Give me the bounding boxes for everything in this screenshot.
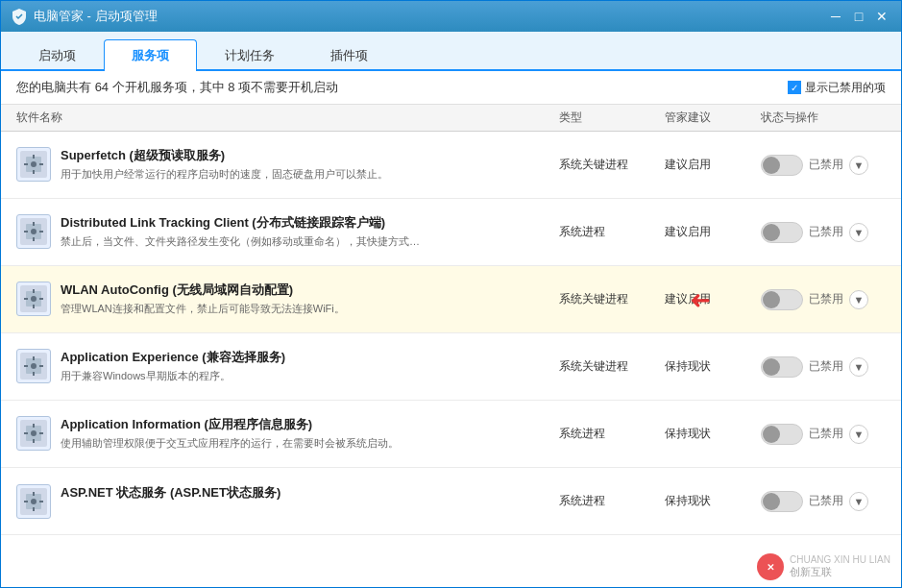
service-recommend-wlan: 建议启用: [665, 291, 761, 307]
close-button[interactable]: ✕: [872, 7, 891, 26]
service-type-wlan: 系统关键进程: [559, 291, 665, 307]
info-bar: 您的电脑共有 64 个开机服务项，其中 8 项不需要开机启动 ✓ 显示已禁用的项: [1, 71, 901, 105]
service-info-wlan: WLAN AutoConfig (无线局域网自动配置) 管理WLAN连接和配置文…: [16, 282, 559, 316]
service-desc-appexp: 用于兼容Windows早期版本的程序。: [61, 369, 559, 383]
title-bar-left: 电脑管家 - 启动项管理: [11, 8, 158, 25]
svg-rect-32: [33, 492, 35, 496]
gear-icon-svg: [23, 221, 44, 242]
gear-icon-svg: [23, 288, 44, 309]
service-status-aspnet: 已禁用: [809, 493, 843, 509]
service-desc-superfetch: 用于加快用户经常运行的程序启动时的速度，固态硬盘用户可以禁止。: [61, 167, 559, 182]
gear-icon-svg: [23, 154, 44, 175]
svg-rect-15: [33, 305, 35, 308]
svg-rect-10: [24, 231, 28, 233]
svg-rect-26: [33, 424, 35, 428]
show-disabled-checkbox[interactable]: ✓: [788, 81, 801, 94]
info-text: 您的电脑共有 64 个开机服务项，其中 8 项不需要开机启动: [16, 79, 338, 96]
svg-point-25: [31, 430, 37, 436]
service-expand-superfetch[interactable]: ▼: [849, 156, 868, 175]
service-type-dltc: 系统进程: [559, 224, 665, 240]
tab-services[interactable]: 服务项: [104, 39, 197, 71]
svg-rect-34: [24, 501, 28, 502]
service-recommend-appinfo: 保持现状: [665, 426, 761, 442]
service-info-dltc: Distributed Link Tracking Client (分布式链接跟…: [16, 214, 559, 249]
title-text: 电脑管家 - 启动项管理: [34, 8, 158, 25]
service-toggle-appinfo[interactable]: [761, 424, 803, 445]
watermark: ✕ CHUANG XIN HU LIAN 创新互联: [757, 553, 890, 580]
title-controls: ─ □ ✕: [826, 7, 891, 26]
gear-icon-svg: [23, 491, 44, 512]
svg-rect-2: [33, 155, 35, 159]
service-expand-aspnet[interactable]: ▼: [849, 492, 868, 511]
service-toggle-appexp[interactable]: [761, 356, 803, 378]
service-recommend-dltc: 建议启用: [665, 224, 761, 240]
service-details-appexp: Application Experience (兼容选择服务) 用于兼容Wind…: [61, 349, 559, 383]
service-expand-dltc[interactable]: ▼: [849, 223, 868, 242]
service-row-aspnet: ASP.NET 状态服务 (ASP.NET状态服务) 系统进程 保持现状 已禁用…: [1, 468, 901, 535]
service-expand-appexp[interactable]: ▼: [849, 357, 868, 377]
service-info-aspnet: ASP.NET 状态服务 (ASP.NET状态服务): [16, 484, 559, 519]
tabs-bar: 启动项 服务项 计划任务 插件项: [1, 32, 901, 71]
gear-icon-svg: [23, 355, 44, 377]
services-list: Superfetch (超级预读取服务) 用于加快用户经常运行的程序启动时的速度…: [1, 132, 901, 587]
tab-plugins[interactable]: 插件项: [303, 39, 396, 71]
service-toggle-dltc[interactable]: [761, 222, 803, 243]
service-icon-superfetch: [16, 147, 51, 182]
show-disabled-label: 显示已禁用的项: [805, 80, 886, 96]
svg-rect-16: [24, 298, 28, 300]
service-status-appinfo: 已禁用: [809, 426, 843, 442]
svg-point-7: [31, 229, 37, 234]
service-status-appexp: 已禁用: [809, 358, 843, 375]
service-info-appinfo: Application Information (应用程序信息服务) 使用辅助管…: [16, 416, 559, 451]
service-type-superfetch: 系统关键进程: [559, 157, 665, 173]
col-header-recommend: 管家建议: [665, 110, 761, 126]
service-type-appexp: 系统关键进程: [559, 358, 665, 375]
col-header-name: 软件名称: [16, 110, 559, 126]
svg-rect-22: [24, 365, 28, 367]
tab-startup[interactable]: 启动项: [11, 39, 104, 71]
minimize-button[interactable]: ─: [826, 7, 845, 26]
service-type-aspnet: 系统进程: [559, 493, 665, 509]
svg-point-1: [31, 161, 37, 167]
service-toggle-wlan[interactable]: [761, 289, 803, 310]
service-row-dltc: Distributed Link Tracking Client (分布式链接跟…: [1, 199, 901, 266]
service-action-aspnet: 已禁用 ▼: [761, 491, 886, 512]
service-name-wlan: WLAN AutoConfig (无线局域网自动配置): [61, 282, 559, 299]
watermark-text-top: CHUANG XIN HU LIAN: [790, 554, 890, 565]
title-bar: 电脑管家 - 启动项管理 ─ □ ✕: [1, 1, 901, 32]
show-disabled-toggle[interactable]: ✓ 显示已禁用的项: [788, 80, 886, 96]
service-name-appinfo: Application Information (应用程序信息服务): [61, 416, 559, 433]
service-expand-appinfo[interactable]: ▼: [849, 425, 868, 444]
service-expand-wlan[interactable]: ▼: [849, 290, 868, 309]
service-toggle-superfetch[interactable]: [761, 155, 803, 176]
svg-rect-8: [33, 222, 35, 226]
service-action-dltc: 已禁用 ▼: [761, 222, 886, 243]
gear-icon-svg: [23, 423, 44, 444]
service-details-wlan: WLAN AutoConfig (无线局域网自动配置) 管理WLAN连接和配置文…: [61, 282, 559, 316]
service-name-appexp: Application Experience (兼容选择服务): [61, 349, 559, 366]
service-row-wlan: WLAN AutoConfig (无线局域网自动配置) 管理WLAN连接和配置文…: [1, 266, 901, 333]
service-icon-appinfo: [16, 416, 51, 451]
service-desc-wlan: 管理WLAN连接和配置文件，禁止后可能导致无法连接WiFi。: [61, 302, 559, 316]
service-recommend-superfetch: 建议启用: [665, 157, 761, 173]
svg-rect-20: [33, 356, 35, 360]
service-details-aspnet: ASP.NET 状态服务 (ASP.NET状态服务): [61, 484, 559, 504]
svg-rect-35: [39, 501, 43, 502]
service-row-superfetch: Superfetch (超级预读取服务) 用于加快用户经常运行的程序启动时的速度…: [1, 132, 901, 199]
title-shield-icon: [11, 8, 28, 25]
service-desc-dltc: 禁止后，当文件、文件夹路径发生变化（例如移动或重命名），其快捷方式…: [61, 234, 559, 249]
watermark-text-bottom: 创新互联: [790, 565, 832, 579]
service-details-appinfo: Application Information (应用程序信息服务) 使用辅助管…: [61, 416, 559, 451]
service-action-appinfo: 已禁用 ▼: [761, 424, 886, 445]
svg-rect-33: [33, 507, 35, 511]
maximize-button[interactable]: □: [849, 7, 868, 26]
service-info-superfetch: Superfetch (超级预读取服务) 用于加快用户经常运行的程序启动时的速度…: [16, 147, 559, 182]
service-status-superfetch: 已禁用: [809, 157, 843, 173]
service-name-dltc: Distributed Link Tracking Client (分布式链接跟…: [61, 214, 559, 232]
main-window: 电脑管家 - 启动项管理 ─ □ ✕ 启动项 服务项 计划任务 插件项 您的电脑…: [0, 0, 902, 588]
toggle-knob-dltc: [763, 224, 780, 241]
tab-tasks[interactable]: 计划任务: [197, 39, 303, 71]
col-header-type: 类型: [559, 110, 665, 126]
svg-point-31: [31, 499, 37, 504]
service-toggle-aspnet[interactable]: [761, 491, 803, 512]
